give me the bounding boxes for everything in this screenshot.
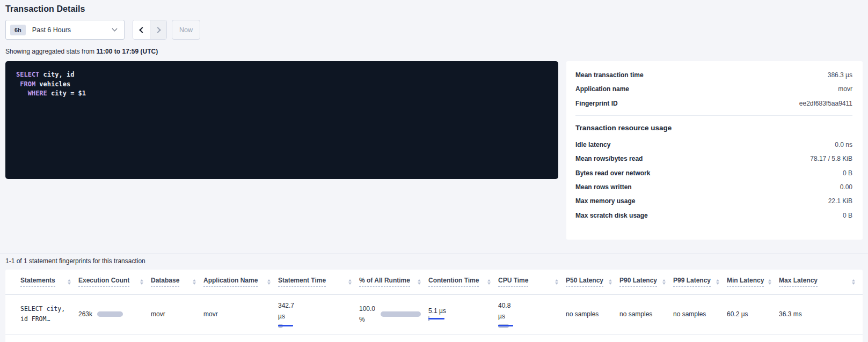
resource-row: Max scratch disk usage 0 B xyxy=(575,208,852,222)
next-time-button[interactable] xyxy=(150,20,166,39)
sort-icon xyxy=(483,279,491,285)
sort-icon xyxy=(848,279,855,285)
sort-icon xyxy=(764,279,771,285)
column-header-p99-latency[interactable]: P99 Latency xyxy=(673,270,727,294)
cell-p99-latency: no samples xyxy=(673,294,727,334)
column-header-contention-time[interactable]: Contention Time xyxy=(428,270,498,294)
page-title: Transaction Details xyxy=(5,4,868,14)
cell-execution-count: 263k xyxy=(78,294,151,334)
statements-table: Statements Execution Count Database Appl… xyxy=(5,270,863,334)
chevron-down-icon xyxy=(112,26,118,32)
sort-icon xyxy=(188,279,196,285)
resource-row: Max memory usage 22.1 KiB xyxy=(575,194,852,208)
cell-contention-time: 5.1 µs xyxy=(428,294,498,334)
cell-max-latency: 36.3 ms xyxy=(779,294,863,334)
resource-row: Mean rows written 0.00 xyxy=(575,180,852,194)
cell-pct-runtime: 100.0% xyxy=(359,294,428,334)
contention-time-bar xyxy=(428,316,446,321)
resource-row: Mean rows/bytes read 78.17 / 5.8 KiB xyxy=(575,152,852,166)
column-header-application-name[interactable]: Application Name xyxy=(203,270,278,294)
statement-time-bar xyxy=(278,323,295,328)
time-step-group xyxy=(133,20,167,40)
time-controls: 6h Past 6 Hours Now xyxy=(5,20,868,40)
column-header-execution-count[interactable]: Execution Count xyxy=(78,270,151,294)
column-header-statements[interactable]: Statements xyxy=(5,270,78,294)
section-divider xyxy=(0,254,868,254)
sort-icon xyxy=(604,279,612,285)
cell-statement-time: 342.7µs xyxy=(278,294,359,334)
sort-icon xyxy=(63,279,71,285)
sort-icon xyxy=(551,279,558,285)
sort-icon xyxy=(136,279,143,285)
sql-statement-box: SELECT city, id FROM vehicles WHERE city… xyxy=(5,61,558,179)
sort-icon xyxy=(263,279,271,285)
summary-row: Mean transaction time 386.3 µs xyxy=(575,68,852,82)
divider xyxy=(575,115,852,116)
now-button[interactable]: Now xyxy=(172,20,200,40)
aggregated-stats-note: Showing aggregated stats from 11:00 to 1… xyxy=(5,48,868,55)
column-header-cpu-time[interactable]: CPU Time xyxy=(498,270,566,294)
sort-icon xyxy=(712,279,719,285)
transaction-summary-panel: Mean transaction time 386.3 µs Applicati… xyxy=(566,61,863,240)
column-header-p90-latency[interactable]: P90 Latency xyxy=(619,270,673,294)
cell-application-name: movr xyxy=(203,294,278,334)
sort-icon xyxy=(658,279,666,285)
cpu-time-bar xyxy=(498,323,515,328)
cell-p90-latency: no samples xyxy=(619,294,673,334)
resource-row: Idle latency 0.0 ns xyxy=(575,138,852,152)
cell-database: movr xyxy=(151,294,203,334)
time-range-select[interactable]: 6h Past 6 Hours xyxy=(5,20,125,40)
fingerprint-count-note: 1-1 of 1 statement fingerprints for this… xyxy=(5,257,868,265)
summary-row: Application name movr xyxy=(575,82,852,96)
cell-min-latency: 60.2 µs xyxy=(727,294,779,334)
resource-usage-heading: Transaction resource usage xyxy=(575,124,852,132)
column-header-pct-runtime[interactable]: % of All Runtime xyxy=(359,270,428,294)
sort-icon xyxy=(413,279,421,285)
summary-row: Fingerprint ID ee2df683f5aa9411 xyxy=(575,96,852,110)
statements-table-card: Statements Execution Count Database Appl… xyxy=(5,270,863,342)
pct-runtime-bar xyxy=(381,311,421,317)
column-header-min-latency[interactable]: Min Latency xyxy=(727,270,779,294)
execution-count-bar xyxy=(97,311,123,317)
cell-cpu-time: 40.8µs xyxy=(498,294,566,334)
prev-time-button[interactable] xyxy=(133,20,150,39)
sort-icon xyxy=(344,279,352,285)
time-range-badge: 6h xyxy=(10,25,26,35)
chevron-left-icon xyxy=(139,27,145,33)
chevron-right-icon xyxy=(155,27,161,33)
column-header-statement-time[interactable]: Statement Time xyxy=(278,270,359,294)
column-header-max-latency[interactable]: Max Latency xyxy=(779,270,863,294)
resource-row: Bytes read over network 0 B xyxy=(575,166,852,180)
statement-row[interactable]: SELECT city, id FROM… 263k movr movr 342… xyxy=(5,294,863,334)
column-header-p50-latency[interactable]: P50 Latency xyxy=(566,270,619,294)
time-range-label: Past 6 Hours xyxy=(32,26,71,34)
cell-statement-fingerprint[interactable]: SELECT city, id FROM… xyxy=(5,294,78,334)
column-header-database[interactable]: Database xyxy=(151,270,203,294)
table-header-row: Statements Execution Count Database Appl… xyxy=(5,270,863,294)
cell-p50-latency: no samples xyxy=(566,294,619,334)
